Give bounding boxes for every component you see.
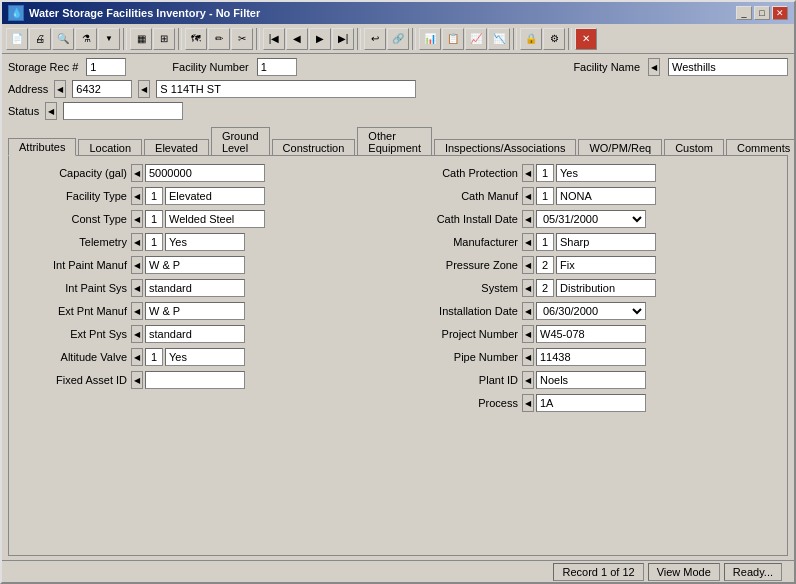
tab-comments[interactable]: Comments [726, 139, 794, 156]
close-button[interactable]: ✕ [772, 6, 788, 20]
pressure-zone-input[interactable] [556, 256, 656, 274]
tb-print[interactable]: 🖨 [29, 28, 51, 50]
facility-type-nav[interactable]: ◀ [131, 187, 143, 205]
ext-pnt-manuf-input[interactable] [145, 302, 245, 320]
tb-last[interactable]: ▶| [332, 28, 354, 50]
capacity-input[interactable] [145, 164, 265, 182]
tab-inspections[interactable]: Inspections/Associations [434, 139, 576, 156]
storage-rec-input[interactable] [86, 58, 126, 76]
facility-name-nav-left[interactable]: ◀ [648, 58, 660, 76]
project-number-nav[interactable]: ◀ [522, 325, 534, 343]
facility-type-input[interactable] [165, 187, 265, 205]
tb-report4[interactable]: 📉 [488, 28, 510, 50]
tb-map[interactable]: 🗺 [185, 28, 207, 50]
tb-grid[interactable]: ▦ [130, 28, 152, 50]
cath-protection-nav[interactable]: ◀ [522, 164, 534, 182]
manufacturer-nav[interactable]: ◀ [522, 233, 534, 251]
tb-new[interactable]: 📄 [6, 28, 28, 50]
tb-close[interactable]: ✕ [575, 28, 597, 50]
system-nav[interactable]: ◀ [522, 279, 534, 297]
capacity-label: Capacity (gal) [17, 167, 127, 179]
tb-report3[interactable]: 📈 [465, 28, 487, 50]
status-input[interactable] [63, 102, 183, 120]
int-paint-manuf-nav[interactable]: ◀ [131, 256, 143, 274]
tb-scissors[interactable]: ✂ [231, 28, 253, 50]
tb-prev[interactable]: ◀ [286, 28, 308, 50]
cath-manuf-input[interactable] [556, 187, 656, 205]
pressure-zone-label: Pressure Zone [408, 259, 518, 271]
const-type-input[interactable] [165, 210, 265, 228]
maximize-button[interactable]: □ [754, 6, 770, 20]
altitude-valve-nav[interactable]: ◀ [131, 348, 143, 366]
tb-filter-drop[interactable]: ▼ [98, 28, 120, 50]
pressure-zone-nav[interactable]: ◀ [522, 256, 534, 274]
tb-lock[interactable]: 🔒 [520, 28, 542, 50]
cath-manuf-num: 1 [536, 187, 554, 205]
cath-install-date-nav[interactable]: ◀ [522, 210, 534, 228]
tb-refresh[interactable]: ↩ [364, 28, 386, 50]
tb-grid2[interactable]: ⊞ [153, 28, 175, 50]
ext-pnt-manuf-nav[interactable]: ◀ [131, 302, 143, 320]
facility-type-label: Facility Type [17, 190, 127, 202]
int-paint-sys-input[interactable] [145, 279, 245, 297]
row-int-paint-sys: Int Paint Sys ◀ [17, 279, 388, 297]
status-nav-left[interactable]: ◀ [45, 102, 57, 120]
ext-pnt-sys-nav[interactable]: ◀ [131, 325, 143, 343]
pipe-number-input[interactable] [536, 348, 646, 366]
plant-id-input[interactable] [536, 371, 646, 389]
tab-attributes[interactable]: Attributes [8, 138, 76, 156]
tab-elevated[interactable]: Elevated [144, 139, 209, 156]
tb-gear[interactable]: ⚙ [543, 28, 565, 50]
capacity-nav[interactable]: ◀ [131, 164, 143, 182]
tab-location[interactable]: Location [78, 139, 142, 156]
tb-report[interactable]: 📊 [419, 28, 441, 50]
form-col-right: Cath Protection ◀ 1 Cath Manuf ◀ 1 [408, 164, 779, 412]
address-num-input[interactable] [72, 80, 132, 98]
int-paint-manuf-input[interactable] [145, 256, 245, 274]
tb-sep-4 [357, 28, 361, 50]
cath-protection-input[interactable] [556, 164, 656, 182]
pipe-number-nav[interactable]: ◀ [522, 348, 534, 366]
fixed-asset-id-nav[interactable]: ◀ [131, 371, 143, 389]
telemetry-input[interactable] [165, 233, 245, 251]
tb-first[interactable]: |◀ [263, 28, 285, 50]
tb-sep-5 [412, 28, 416, 50]
header-row-2: Address ◀ ◀ [8, 80, 788, 98]
telemetry-nav[interactable]: ◀ [131, 233, 143, 251]
tb-filter[interactable]: ⚗ [75, 28, 97, 50]
address-street-input[interactable] [156, 80, 416, 98]
process-nav[interactable]: ◀ [522, 394, 534, 412]
altitude-valve-num: 1 [145, 348, 163, 366]
tb-report2[interactable]: 📋 [442, 28, 464, 50]
cath-install-date-select[interactable]: 05/31/2000 [536, 210, 646, 228]
process-label: Process [408, 397, 518, 409]
tb-next[interactable]: ▶ [309, 28, 331, 50]
tab-other-equipment[interactable]: Other Equipment [357, 127, 432, 156]
tab-construction[interactable]: Construction [272, 139, 356, 156]
tab-ground-level[interactable]: Ground Level [211, 127, 270, 156]
const-type-nav[interactable]: ◀ [131, 210, 143, 228]
facility-name-input[interactable] [668, 58, 788, 76]
project-number-input[interactable] [536, 325, 646, 343]
tb-edit[interactable]: ✏ [208, 28, 230, 50]
int-paint-sys-nav[interactable]: ◀ [131, 279, 143, 297]
tb-link[interactable]: 🔗 [387, 28, 409, 50]
system-input[interactable] [556, 279, 656, 297]
cath-manuf-nav[interactable]: ◀ [522, 187, 534, 205]
tab-wo-pm-req[interactable]: WO/PM/Req [578, 139, 662, 156]
tab-custom[interactable]: Custom [664, 139, 724, 156]
facility-number-input[interactable] [257, 58, 297, 76]
row-const-type: Const Type ◀ 1 [17, 210, 388, 228]
address-nav-mid[interactable]: ◀ [138, 80, 150, 98]
process-input[interactable] [536, 394, 646, 412]
minimize-button[interactable]: _ [736, 6, 752, 20]
installation-date-select[interactable]: 06/30/2000 [536, 302, 646, 320]
altitude-valve-input[interactable] [165, 348, 245, 366]
ext-pnt-sys-input[interactable] [145, 325, 245, 343]
plant-id-nav[interactable]: ◀ [522, 371, 534, 389]
tb-search[interactable]: 🔍 [52, 28, 74, 50]
fixed-asset-id-input[interactable] [145, 371, 245, 389]
installation-date-nav[interactable]: ◀ [522, 302, 534, 320]
manufacturer-input[interactable] [556, 233, 656, 251]
address-nav-left[interactable]: ◀ [54, 80, 66, 98]
